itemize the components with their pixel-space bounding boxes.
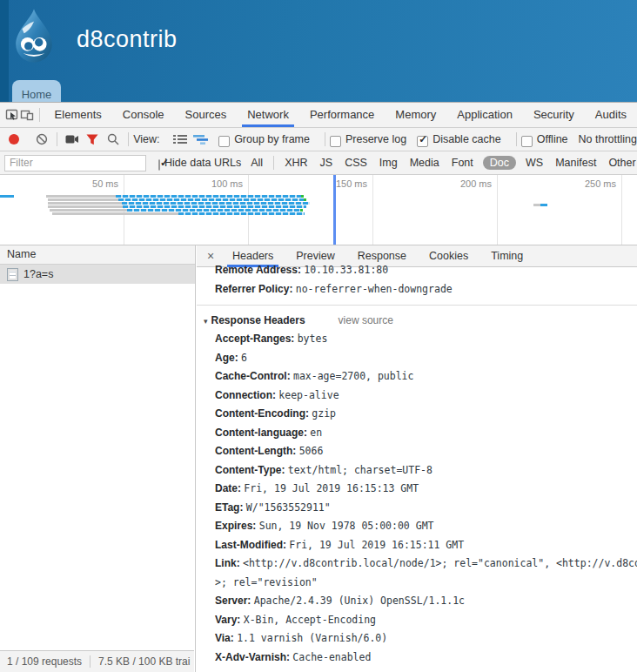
header-pair: Remote Address: 10.10.33.81:80	[215, 264, 388, 276]
header-value: text/html; charset=UTF-8	[288, 464, 432, 476]
header-name: Vary:	[215, 614, 244, 626]
waterfall-bar-loading	[118, 198, 306, 201]
devtools-tab-sources[interactable]: Sources	[180, 103, 232, 127]
header-pair: Expires: Sun, 19 Nov 1978 05:00:00 GMT	[215, 520, 434, 532]
header-row: Expires: Sun, 19 Nov 1978 05:00:00 GMT	[197, 517, 637, 536]
timeline-overview[interactable]: 50 ms100 ms150 ms200 ms250 ms	[0, 175, 637, 245]
filter-input[interactable]	[4, 155, 146, 171]
hide-data-urls-label: Hide data URLs	[164, 157, 241, 169]
header-row: Date: Fri, 19 Jul 2019 16:15:13 GMT	[197, 480, 637, 499]
type-filter-img[interactable]: Img	[379, 157, 398, 169]
group-by-frame-checkbox[interactable]	[218, 136, 230, 147]
type-filter-other[interactable]: Other	[608, 157, 635, 169]
header-name: Content-Encoding:	[215, 407, 312, 420]
header-name: Last-Modified:	[215, 539, 289, 551]
devtools-tab-elements[interactable]: Elements	[50, 103, 107, 127]
devtools-tab-console[interactable]: Console	[117, 103, 170, 127]
header-value: en	[310, 427, 322, 439]
header-name: Accept-Ranges:	[215, 333, 298, 345]
header-row: Cache-Control: max-age=2700, public	[197, 367, 637, 386]
header-value: W/"1563552911"	[246, 501, 331, 514]
header-pair: Vary: X-Bin, Accept-Encoding	[215, 614, 376, 626]
header-value: Fri, 19 Jul 2019 16:15:13 GMT	[244, 482, 419, 494]
inspect-element-icon[interactable]	[5, 104, 20, 125]
type-filter-all[interactable]: All	[251, 157, 263, 169]
view-source-link[interactable]: view source	[339, 314, 393, 326]
waterfall-bar-loading	[123, 205, 306, 208]
devtools-panel: ElementsConsoleSourcesNetworkPerformance…	[0, 102, 637, 672]
screenshot-camera-icon[interactable]	[62, 129, 83, 150]
header-row: Referrer Policy: no-referrer-when-downgr…	[197, 280, 637, 299]
devtools-tab-memory[interactable]: Memory	[390, 103, 441, 127]
header-row: Last-Modified: Fri, 19 Jul 2019 16:15:11…	[197, 536, 637, 555]
response-headers-section: ▾Response Headersview source	[197, 311, 637, 330]
filter-funnel-icon[interactable]	[83, 129, 104, 150]
name-column-header[interactable]: Name	[0, 245, 195, 265]
collapse-triangle-icon[interactable]: ▾	[204, 317, 208, 326]
request-details-panel: × HeadersPreviewResponseCookiesTiming Re…	[197, 245, 637, 672]
type-filter-xhr[interactable]: XHR	[285, 157, 307, 169]
devtools-tab-audits[interactable]: Audits	[590, 103, 632, 127]
header-name: Via:	[215, 632, 237, 644]
type-filter-doc[interactable]: Doc	[483, 156, 516, 170]
header-value: Fri, 19 Jul 2019 16:15:11 GMT	[289, 539, 464, 551]
header-value: Cache-enabled	[292, 651, 371, 663]
separator	[273, 156, 274, 170]
device-toolbar-icon[interactable]	[20, 104, 35, 125]
view-label: View:	[133, 133, 159, 145]
type-filter-js[interactable]: JS	[320, 157, 333, 169]
header-value: keep-alive	[278, 389, 339, 401]
type-filter-font[interactable]: Font	[452, 157, 473, 169]
type-filter-css[interactable]: CSS	[345, 157, 367, 169]
type-filter-media[interactable]: Media	[410, 157, 439, 169]
header-value: max-age=2700, public	[293, 370, 413, 382]
type-filter-manifest[interactable]: Manifest	[555, 157, 596, 169]
list-view-icon[interactable]	[171, 129, 191, 150]
clear-icon[interactable]	[31, 129, 52, 150]
header-pair: Referrer Policy: no-referrer-when-downgr…	[215, 283, 453, 295]
header-pair: Content-language: en	[215, 427, 322, 439]
header-row: Remote Address: 10.10.33.81:80	[197, 261, 637, 280]
waterfall-bar-loading	[178, 212, 305, 215]
waterfall-bar-loading	[122, 202, 310, 205]
devtools-tab-performance[interactable]: Performance	[305, 103, 379, 127]
header-name: ETag:	[215, 501, 246, 514]
header-value: >; rel="revision"	[215, 576, 318, 588]
header-name: Content-Length:	[215, 445, 299, 457]
timeline-tick-label: 200 ms	[436, 178, 492, 189]
header-row: Accept-Ranges: bytes	[197, 330, 637, 349]
home-nav-tab[interactable]: Home	[12, 80, 61, 102]
header-row: Age: 6	[197, 349, 637, 368]
header-name: X-Adv-Varnish:	[215, 651, 292, 663]
preserve-log-toggle[interactable]: Preserve log	[330, 133, 417, 145]
throttling-select[interactable]: No throttling	[579, 133, 637, 145]
header-value: 5066	[299, 445, 324, 457]
document-icon	[7, 268, 18, 281]
preserve-log-checkbox[interactable]	[330, 136, 341, 147]
header-row: Vary: X-Bin, Accept-Encoding	[197, 611, 637, 630]
type-filter-ws[interactable]: WS	[526, 157, 543, 169]
header-row: Content-Type: text/html; charset=UTF-8	[197, 461, 637, 480]
request-row[interactable]: 1?a=s	[0, 265, 195, 284]
timeline-tick-label: 100 ms	[187, 178, 243, 189]
header-row: Content-Encoding: gzip	[197, 405, 637, 424]
hide-data-urls-checkbox[interactable]	[158, 159, 160, 171]
disable-cache-checkbox[interactable]	[417, 136, 428, 147]
header-pair: Accept-Ranges: bytes	[215, 333, 327, 345]
record-button[interactable]	[9, 134, 19, 144]
waterfall-view-icon[interactable]	[191, 129, 211, 150]
request-name: 1?a=s	[23, 268, 53, 280]
annotated-header: X-Adv-Varnish: Cache-enabled	[215, 648, 371, 668]
devtools-tab-security[interactable]: Security	[528, 103, 580, 127]
section-divider	[197, 305, 637, 306]
header-name: Cache-Control:	[215, 370, 293, 382]
offline-checkbox[interactable]	[521, 136, 533, 147]
disable-cache-toggle[interactable]: Disable cache	[417, 133, 512, 145]
group-by-frame-toggle[interactable]: Group by frame	[218, 133, 320, 145]
devtools-tab-application[interactable]: Application	[452, 103, 518, 127]
header-pair: Server: Apache/2.4.39 (Unix) OpenSSL/1.1…	[215, 595, 465, 607]
offline-toggle[interactable]: Offline	[521, 133, 579, 145]
site-header: d8contrib Home	[0, 0, 637, 102]
search-icon[interactable]	[103, 129, 124, 150]
devtools-tab-network[interactable]: Network	[242, 103, 294, 127]
